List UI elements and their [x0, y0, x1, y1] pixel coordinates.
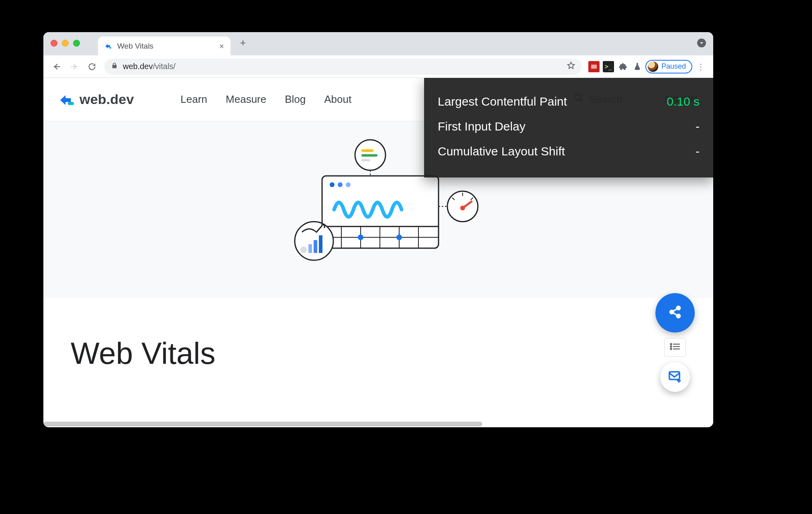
svg-point-6	[346, 182, 351, 187]
web-vitals-overlay: Largest Contentful Paint 0.10 s First In…	[424, 78, 713, 177]
svg-rect-19	[361, 159, 370, 161]
extensions-menu-icon[interactable]	[617, 61, 628, 72]
list-icon	[669, 343, 681, 352]
share-icon	[667, 304, 683, 322]
tab-strip: Web Vitals × +	[43, 32, 713, 55]
svg-point-29	[300, 247, 307, 253]
window-minimize-button[interactable]	[62, 40, 69, 47]
svg-point-26	[460, 206, 465, 210]
nav-measure[interactable]: Measure	[226, 93, 266, 106]
svg-point-4	[330, 182, 335, 187]
svg-point-40	[671, 349, 672, 350]
window-close-button[interactable]	[51, 40, 57, 47]
svg-rect-31	[314, 240, 317, 253]
url-host: web.dev	[123, 62, 153, 71]
subscribe-fab[interactable]	[660, 362, 690, 392]
site-logo-text: web.dev	[80, 92, 134, 107]
svg-rect-42	[669, 372, 679, 379]
vitals-label: Cumulative Layout Shift	[438, 145, 565, 158]
svg-rect-18	[361, 154, 377, 157]
site-logo-icon	[59, 94, 75, 106]
vitals-label: First Input Delay	[438, 120, 525, 133]
svg-rect-30	[308, 244, 312, 253]
vitals-value: -	[696, 145, 700, 158]
lock-icon	[111, 62, 118, 71]
vitals-row-lcp: Largest Contentful Paint 0.10 s	[438, 89, 700, 114]
vitals-label: Largest Contentful Paint	[438, 95, 567, 108]
profile-chip[interactable]: Paused	[645, 60, 692, 73]
page-title: Web Vitals	[43, 298, 713, 371]
browser-tab[interactable]: Web Vitals ×	[98, 37, 231, 55]
vitals-row-fid: First Input Delay -	[438, 114, 700, 139]
svg-point-15	[396, 235, 402, 240]
new-tab-button[interactable]: +	[236, 36, 250, 49]
tab-close-button[interactable]: ×	[219, 42, 224, 50]
vitals-value: 0.10 s	[667, 95, 700, 108]
svg-rect-0	[109, 47, 112, 48]
tabstrip-menu-button[interactable]	[697, 39, 706, 47]
extension-2-icon[interactable]: >_	[603, 61, 614, 72]
svg-rect-17	[361, 149, 373, 152]
profile-status-label: Paused	[661, 62, 686, 71]
bookmark-star-icon[interactable]	[567, 61, 575, 72]
nav-blog[interactable]: Blog	[285, 93, 306, 106]
mail-plus-icon	[667, 369, 683, 386]
toc-button[interactable]	[664, 338, 686, 357]
svg-point-38	[671, 346, 672, 347]
vitals-value: -	[696, 120, 700, 133]
forward-button[interactable]	[67, 59, 82, 74]
tab-title: Web Vitals	[117, 42, 153, 51]
address-bar[interactable]: web.dev/vitals/	[104, 59, 582, 75]
back-button[interactable]	[49, 59, 64, 74]
url-path: /vitals/	[153, 62, 176, 71]
vitals-row-cls: Cumulative Layout Shift -	[438, 139, 700, 164]
svg-point-36	[671, 344, 672, 345]
nav-about[interactable]: About	[324, 93, 351, 106]
window-controls	[51, 40, 80, 47]
extension-1-icon[interactable]	[588, 61, 600, 72]
horizontal-scrollbar[interactable]	[43, 421, 708, 427]
tab-favicon	[104, 42, 112, 50]
url-text: web.dev/vitals/	[123, 62, 175, 71]
labs-icon[interactable]	[632, 61, 643, 72]
svg-point-5	[338, 182, 343, 187]
browser-toolbar: web.dev/vitals/ >_ Paused ⋮	[43, 55, 713, 78]
svg-point-14	[358, 235, 363, 240]
extensions-area: >_	[588, 61, 643, 72]
chrome-menu-button[interactable]: ⋮	[695, 62, 708, 71]
page-viewport: web.dev Learn Measure Blog About Search …	[43, 78, 713, 427]
reload-button[interactable]	[84, 59, 100, 74]
svg-rect-1	[68, 102, 74, 105]
site-logo[interactable]: web.dev	[59, 92, 134, 107]
profile-avatar-icon	[648, 61, 658, 72]
window-zoom-button[interactable]	[73, 40, 80, 47]
share-fab[interactable]	[655, 293, 695, 332]
fab-stack	[655, 293, 695, 392]
nav-learn[interactable]: Learn	[181, 93, 208, 106]
svg-rect-32	[319, 235, 322, 253]
browser-window: Web Vitals × + web.dev/vitals/	[43, 32, 713, 427]
